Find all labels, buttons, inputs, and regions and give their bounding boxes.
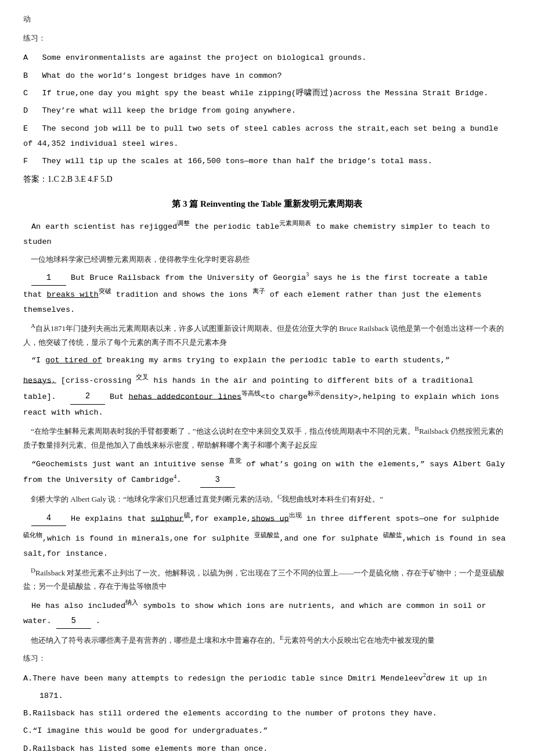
para1: 1 But Bruce Railsback from the Universit… xyxy=(23,269,511,317)
para4-cn: DRailsback 对某些元素不止列出了一次。他解释说，以硫为例，它出现在了三… xyxy=(23,565,511,593)
item2-A-cont: 1871. xyxy=(39,688,511,703)
para1-cn: A自从1871年门捷列夫画出元素周期表以来，许多人试图重新设计周期表。但是佐治亚… xyxy=(23,321,511,349)
item-C: C If true,one day you might spy the beas… xyxy=(23,85,511,100)
intro-para: An earth scientist has rejigged调整 the pe… xyxy=(23,218,511,249)
para5: He has also included纳入 symbols to show w… xyxy=(23,597,511,629)
para2-cn: “在给学生解释元素周期表时我的手臂都要断了，”他这么说时在空中来回交叉双手，指点… xyxy=(23,423,511,452)
top-char: 动 xyxy=(23,12,511,26)
para5-cn: 他还纳入了符号表示哪些离子是有营养的，哪些是土壤和水中普遍存在的。E元素符号的大… xyxy=(23,632,511,647)
para3-cn: 剑桥大学的 Albert Galy 说：“地球化学家们只想通过直觉判断元素的活动… xyxy=(23,491,511,506)
item-E: E The second job will be to pull two set… xyxy=(23,121,511,152)
answer-line: 答案：1.C 2.B 3.E 4.F 5.D xyxy=(23,172,511,186)
item2-A: A.There have been many attempts to redes… xyxy=(23,670,511,686)
item-A: A Some environmentalists are against the… xyxy=(23,50,511,65)
intro-cn: 一位地球科学家已经调整元素周期表，使得教学生化学时更容易些 xyxy=(23,253,511,266)
exercise-label-2: 练习： xyxy=(23,651,511,665)
item-F: F They will tip up the scales at 166,500… xyxy=(23,153,511,168)
quote2-para: “Geochemists just want an intuitive sens… xyxy=(23,455,511,488)
page-content: 动 练习： A Some environmentalists are again… xyxy=(23,12,511,756)
quote1-continuation: hesays, [criss-crossing 交叉 his hands in … xyxy=(23,372,511,420)
item-D: D They’re what will keep the bridge from… xyxy=(23,103,511,118)
got-tired-text: got tired of xyxy=(45,356,102,365)
item2-D: D.Railsback has listed some elements mor… xyxy=(23,741,511,756)
para4-cont: 硫化物,which is found in minerals,one for s… xyxy=(23,530,511,561)
exercise-items-second: A.There have been many attempts to redes… xyxy=(23,670,511,756)
exercise-items-first: A Some environmentalists are against the… xyxy=(23,50,511,168)
article-title: 第 3 篇 Reinventing the Table 重新发明元素周期表 xyxy=(23,196,511,212)
item2-C: C.“I imagine this would be good for unde… xyxy=(23,723,511,738)
quote1-para: “I got tired of breaking my arms trying … xyxy=(23,352,511,368)
item2-B: B.Railsback has still ordered the elemen… xyxy=(23,705,511,721)
item-B: B What do the world’s longest bridges ha… xyxy=(23,68,511,83)
exercise-label-1: 练习： xyxy=(23,31,511,45)
para4: 4 He explains that sulphur硫,for example,… xyxy=(23,510,511,527)
